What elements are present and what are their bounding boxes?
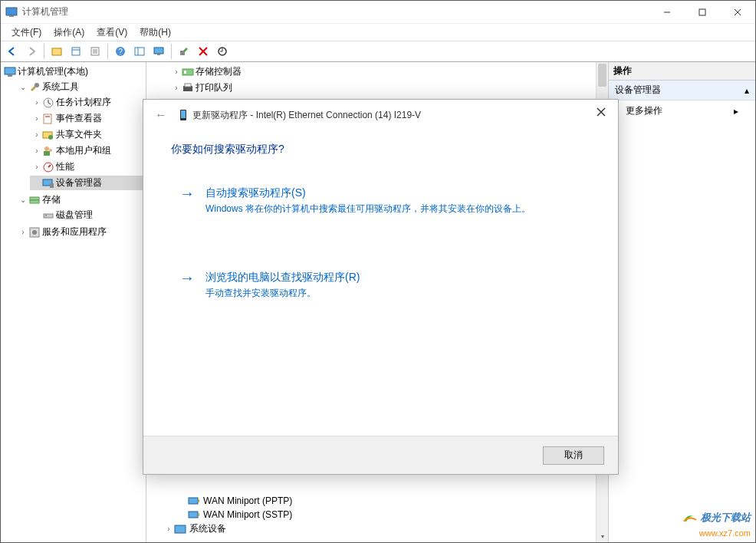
tree-label: 系统工具 bbox=[42, 81, 79, 94]
more-actions[interactable]: 更多操作 ▸ bbox=[609, 100, 755, 121]
collapse-icon[interactable]: ⌄ bbox=[18, 196, 28, 204]
dialog-header: ← 更新驱动程序 - Intel(R) Ethernet Connection … bbox=[143, 100, 618, 130]
expand-icon[interactable]: › bbox=[18, 228, 28, 236]
tool-folder-button[interactable] bbox=[48, 43, 65, 60]
svg-rect-0 bbox=[6, 8, 17, 15]
tree-performance[interactable]: ›性能 bbox=[30, 160, 144, 174]
svg-point-42 bbox=[32, 230, 37, 235]
tree-task-scheduler[interactable]: ›任务计划程序 bbox=[30, 95, 144, 110]
dialog-back-button[interactable]: ← bbox=[151, 105, 171, 125]
cancel-button[interactable]: 取消 bbox=[543, 446, 604, 465]
tool-view1-button[interactable] bbox=[131, 43, 148, 60]
tool-scan-button[interactable] bbox=[176, 43, 192, 60]
maximize-button[interactable] bbox=[685, 1, 720, 24]
services-icon bbox=[28, 226, 41, 239]
tree-label: WAN Miniport (SSTP) bbox=[203, 509, 292, 520]
svg-rect-50 bbox=[189, 512, 198, 518]
svg-text:?: ? bbox=[118, 48, 123, 56]
option-title: 自动搜索驱动程序(S) bbox=[205, 186, 531, 200]
tools-icon bbox=[28, 81, 41, 94]
tree-device-manager[interactable]: 设备管理器 bbox=[30, 176, 144, 190]
option-description: 手动查找并安装驱动程序。 bbox=[205, 287, 360, 300]
system-devices-icon bbox=[174, 523, 186, 535]
tool-monitor-button[interactable] bbox=[150, 43, 167, 60]
watermark-text: 极光下载站 bbox=[701, 512, 751, 524]
dialog-prompt: 你要如何搜索驱动程序? bbox=[171, 143, 587, 156]
option-auto-search[interactable]: → 自动搜索驱动程序(S) Windows 将在你的计算机中搜索最佳可用驱动程序… bbox=[171, 179, 587, 222]
svg-point-31 bbox=[44, 146, 49, 151]
network-adapter-icon bbox=[188, 495, 200, 507]
shared-folder-icon bbox=[42, 129, 54, 141]
svg-rect-44 bbox=[184, 71, 186, 74]
tool-list-button[interactable] bbox=[87, 43, 104, 60]
menu-action[interactable]: 操作(A) bbox=[48, 25, 90, 41]
close-button[interactable] bbox=[720, 1, 755, 24]
window-title: 计算机管理 bbox=[22, 5, 649, 18]
device-category-system[interactable]: ›系统设备 bbox=[163, 522, 292, 536]
expand-icon[interactable]: › bbox=[163, 525, 174, 533]
svg-rect-1 bbox=[9, 15, 14, 17]
svg-rect-39 bbox=[44, 214, 53, 218]
expand-icon[interactable]: › bbox=[31, 163, 42, 171]
tree-label: 任务计划程序 bbox=[56, 96, 111, 109]
device-manager-icon bbox=[42, 177, 54, 189]
device-wan-sstp[interactable]: WAN Miniport (SSTP) bbox=[177, 508, 292, 522]
computer-icon bbox=[4, 66, 16, 78]
menu-file[interactable]: 文件(F) bbox=[5, 25, 48, 41]
tree-label: 设备管理器 bbox=[56, 176, 102, 189]
tree-storage[interactable]: ⌄ 存储 bbox=[16, 193, 144, 207]
actions-header: 操作 bbox=[609, 62, 755, 81]
svg-rect-15 bbox=[135, 48, 144, 55]
forward-button[interactable] bbox=[23, 43, 40, 60]
collapse-icon[interactable]: ⌄ bbox=[18, 83, 28, 91]
expand-icon[interactable]: › bbox=[31, 146, 42, 155]
tree-label: 系统设备 bbox=[189, 522, 226, 535]
watermark-url: www.xz7.com bbox=[699, 528, 751, 538]
svg-rect-17 bbox=[154, 48, 163, 54]
toolbar-separator bbox=[171, 44, 172, 59]
device-category-printers[interactable]: ›打印队列 bbox=[169, 81, 595, 95]
tool-help-button[interactable]: ? bbox=[112, 43, 129, 60]
tree-root[interactable]: 计算机管理(本地) bbox=[2, 64, 144, 79]
storage-controller-icon bbox=[182, 66, 194, 78]
svg-rect-23 bbox=[5, 67, 15, 74]
menu-view[interactable]: 查看(V) bbox=[90, 25, 133, 41]
tree-local-users[interactable]: ›本地用户和组 bbox=[30, 143, 144, 158]
option-browse-computer[interactable]: → 浏览我的电脑以查找驱动程序(R) 手动查找并安装驱动程序。 bbox=[171, 264, 587, 307]
tool-update-button[interactable] bbox=[214, 43, 231, 60]
back-button[interactable] bbox=[4, 43, 21, 60]
tree-shared-folders[interactable]: ›共享文件夹 bbox=[30, 127, 144, 142]
svg-rect-49 bbox=[198, 499, 199, 502]
tree-label: 事件查看器 bbox=[56, 112, 102, 125]
device-wan-pptp[interactable]: WAN Miniport (PPTP) bbox=[177, 494, 292, 508]
device-icon bbox=[177, 109, 189, 121]
collapse-arrow-icon: ▴ bbox=[744, 85, 749, 96]
scrollbar-thumb[interactable] bbox=[598, 64, 606, 87]
expand-icon[interactable]: › bbox=[171, 67, 182, 76]
expand-icon[interactable]: › bbox=[31, 114, 42, 123]
menu-help[interactable]: 帮助(H) bbox=[133, 25, 177, 41]
option-description: Windows 将在你的计算机中搜索最佳可用驱动程序，并将其安装在你的设备上。 bbox=[205, 202, 531, 216]
tree-label: 计算机管理(本地) bbox=[18, 65, 88, 78]
network-adapter-icon bbox=[188, 508, 200, 521]
device-category-storage[interactable]: ›存储控制器 bbox=[169, 64, 595, 79]
expand-icon[interactable]: › bbox=[171, 84, 182, 92]
tool-delete-button[interactable] bbox=[195, 43, 212, 60]
tree-services[interactable]: › 服务和应用程序 bbox=[16, 225, 144, 239]
expand-icon[interactable]: › bbox=[31, 130, 42, 139]
tool-properties-button[interactable] bbox=[67, 43, 84, 60]
tree-disk-mgmt[interactable]: 磁盘管理 bbox=[30, 208, 144, 222]
svg-rect-37 bbox=[30, 197, 39, 200]
dialog-close-button[interactable] bbox=[586, 101, 616, 123]
tree-system-tools[interactable]: ⌄ 系统工具 bbox=[16, 80, 144, 94]
toolbar: ? bbox=[1, 41, 755, 62]
minimize-button[interactable] bbox=[649, 1, 685, 24]
tree-event-viewer[interactable]: ›事件查看器 bbox=[30, 111, 144, 126]
svg-rect-6 bbox=[52, 48, 61, 55]
disk-icon bbox=[42, 209, 54, 222]
scroll-down-icon[interactable]: ▾ bbox=[597, 530, 608, 542]
main-window: 计算机管理 文件(F) 操作(A) 查看(V) 帮助(H) ? bbox=[0, 0, 756, 543]
expand-icon[interactable]: › bbox=[31, 98, 42, 107]
update-driver-dialog: ← 更新驱动程序 - Intel(R) Ethernet Connection … bbox=[143, 99, 619, 475]
actions-section[interactable]: 设备管理器 ▴ bbox=[609, 81, 755, 100]
